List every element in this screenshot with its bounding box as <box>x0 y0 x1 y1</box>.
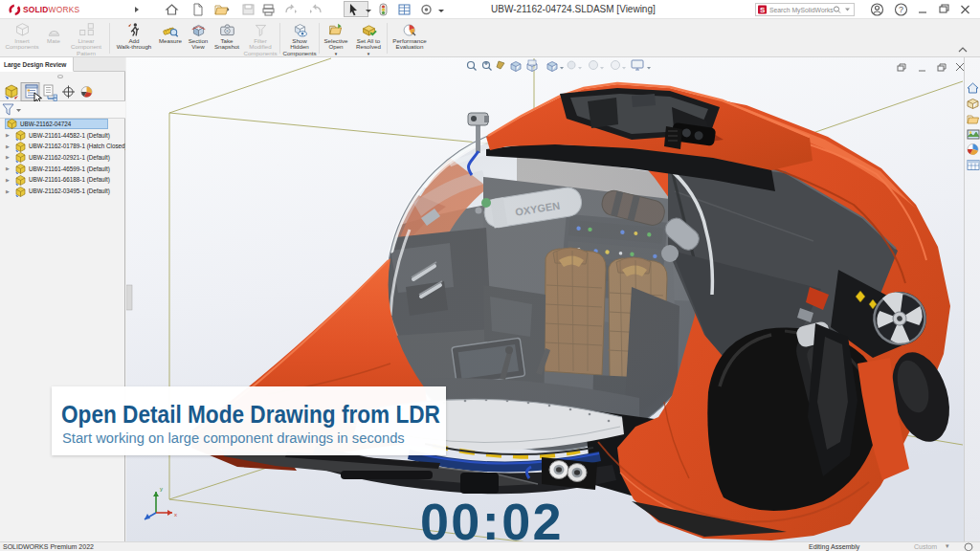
svg-text:SOLIDWORKS: SOLIDWORKS <box>23 5 79 14</box>
svg-text:x: x <box>174 512 177 518</box>
svg-text:S: S <box>760 6 766 14</box>
svg-text:?: ? <box>899 5 903 14</box>
svg-text:Search MySolidWorks: Search MySolidWorks <box>769 7 834 14</box>
svg-text:y: y <box>160 486 163 492</box>
